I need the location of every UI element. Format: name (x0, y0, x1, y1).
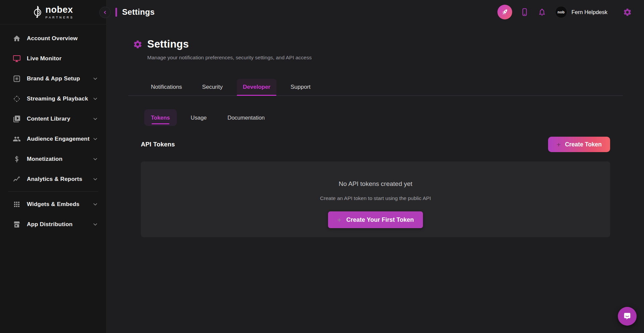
tab-support[interactable]: Support (284, 79, 317, 95)
chevron-down-icon (92, 221, 98, 227)
sidebar-item-label: Monetization (27, 156, 92, 162)
sidebar-item-label: Account Overview (27, 35, 92, 42)
sidebar-item-label: Live Monitor (27, 55, 92, 62)
plus-icon: + (556, 141, 560, 148)
streaming-icon (13, 95, 21, 103)
monetization-icon (13, 155, 21, 163)
create-first-token-label: Create Your First Token (346, 216, 414, 223)
bell-icon (538, 8, 546, 16)
library-icon (13, 115, 21, 123)
page-subtitle: Manage your notification preferences, se… (147, 55, 623, 61)
logo-text: nobex (46, 5, 74, 14)
chevron-left-icon (102, 10, 108, 15)
subtab-tokens[interactable]: Tokens (144, 109, 177, 126)
topbar-actions: nob Fern Helpdesk (497, 5, 632, 19)
chevron-down-icon (92, 136, 98, 142)
tab-security[interactable]: Security (196, 79, 229, 95)
chevron-down-icon (92, 156, 98, 162)
developer-subtabs: TokensUsageDocumentation (144, 109, 623, 126)
rocket-icon (500, 8, 509, 16)
treble-clef-icon (33, 5, 43, 19)
sidebar-item-audience-engagement[interactable]: Audience Engagement (5, 131, 102, 147)
topbar-title-text: Settings (122, 7, 155, 17)
content: Settings Manage your notification prefer… (107, 24, 644, 333)
chevron-down-icon (92, 76, 98, 82)
home-icon (13, 35, 21, 43)
sidebar-item-monetization[interactable]: Monetization (5, 151, 102, 167)
rocket-button[interactable] (497, 5, 512, 19)
nobex-logo: nobex PARTNERS (33, 5, 74, 19)
sidebar-item-label: App Distribution (27, 221, 92, 228)
api-tokens-heading: API Tokens (141, 141, 175, 148)
logo-subtext: PARTNERS (46, 16, 74, 19)
topbar: Settings (107, 0, 644, 24)
subtab-usage[interactable]: Usage (184, 109, 214, 126)
audience-icon (13, 135, 21, 143)
sidebar-item-analytics-reports[interactable]: Analytics & Reports (5, 171, 102, 187)
sidebar-collapse-button[interactable] (99, 7, 111, 18)
sidebar-item-label: Brand & App Setup (27, 75, 92, 82)
sidebar-item-app-distribution[interactable]: App Distribution (5, 216, 102, 232)
chat-fab-button[interactable] (618, 307, 637, 326)
main-area: Settings (107, 0, 644, 333)
sidebar-item-label: Content Library (27, 116, 92, 122)
sidebar-header: nobex PARTNERS (0, 0, 106, 24)
brand-icon (13, 75, 21, 83)
title-accent-bar (115, 8, 117, 17)
sidebar-item-label: Streaming & Playback (27, 95, 92, 102)
avatar-text: nob (557, 10, 565, 14)
sidebar-divider (8, 191, 98, 192)
user-name: Fern Helpdesk (572, 9, 607, 15)
chat-bubble-icon (623, 312, 632, 321)
phone-icon (520, 8, 529, 16)
chevron-down-icon (92, 176, 98, 182)
gear-icon (623, 8, 632, 17)
analytics-icon (13, 175, 21, 183)
sidebar-nav: Account Overview Live Monitor Brand & Ap… (0, 24, 106, 232)
sidebar-item-live-monitor[interactable]: Live Monitor (5, 51, 102, 67)
notifications-button[interactable] (538, 8, 546, 16)
sidebar-item-content-library[interactable]: Content Library (5, 111, 102, 127)
subtab-documentation[interactable]: Documentation (221, 109, 271, 126)
settings-gear-icon (133, 40, 143, 49)
sidebar-item-label: Analytics & Reports (27, 176, 92, 183)
api-tokens-header-row: API Tokens + Create Token (141, 137, 610, 152)
chevron-down-icon (92, 116, 98, 122)
sidebar-item-widgets-embeds[interactable]: Widgets & Embeds (5, 196, 102, 212)
tab-developer[interactable]: Developer (237, 79, 276, 95)
phone-button[interactable] (520, 8, 529, 16)
empty-state-title: No API tokens created yet (339, 180, 413, 188)
user-avatar[interactable]: nob (555, 6, 567, 18)
tab-notifications[interactable]: Notifications (145, 79, 188, 95)
page-title: Settings (147, 38, 189, 50)
settings-button[interactable] (623, 8, 632, 17)
sidebar: nobex PARTNERS Account Overview Live Mon… (0, 0, 107, 333)
chevron-down-icon (92, 201, 98, 207)
create-token-label: Create Token (565, 141, 602, 148)
sidebar-item-brand-app-setup[interactable]: Brand & App Setup (5, 71, 102, 87)
widgets-icon (13, 200, 21, 208)
page-header: Settings (133, 38, 623, 50)
monitor-icon (13, 55, 21, 63)
empty-tokens-card: No API tokens created yet Create an API … (141, 161, 610, 237)
create-token-button[interactable]: + Create Token (548, 137, 610, 152)
empty-state-description: Create an API token to start using the p… (320, 195, 431, 201)
chevron-down-icon (92, 96, 98, 102)
settings-tabs: NotificationsSecurityDeveloperSupport (128, 79, 623, 96)
create-first-token-button[interactable]: + Create Your First Token (328, 211, 423, 228)
sidebar-item-account-overview[interactable]: Account Overview (5, 30, 102, 47)
plus-icon: + (337, 216, 341, 223)
distribution-icon (13, 220, 21, 228)
sidebar-item-streaming-playback[interactable]: Streaming & Playback (5, 91, 102, 107)
sidebar-item-label: Widgets & Embeds (27, 201, 92, 208)
sidebar-item-label: Audience Engagement (27, 136, 92, 142)
topbar-title: Settings (115, 7, 155, 17)
